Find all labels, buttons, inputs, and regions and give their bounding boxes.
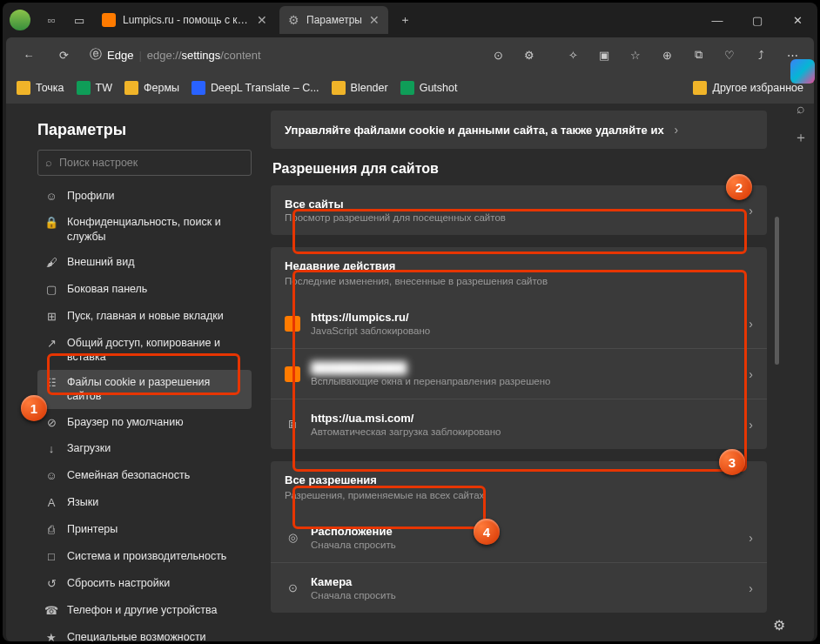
recent-site-row[interactable]: ████████████Всплывающие окна и перенапра…: [271, 348, 767, 399]
browser-tab[interactable]: ⚙Параметры✕: [279, 6, 388, 34]
bookmark-item[interactable]: Точка: [17, 81, 64, 95]
page-settings-icon[interactable]: ⚙: [773, 617, 785, 634]
chevron-right-icon: ›: [749, 418, 753, 432]
bookmark-icon: [77, 81, 91, 95]
scrollbar[interactable]: [775, 217, 779, 365]
chevron-right-icon: ›: [675, 123, 679, 137]
bookmark-icon: [124, 81, 138, 95]
bookmark-item[interactable]: DeepL Translate – C...: [192, 81, 319, 95]
chevron-right-icon: ›: [749, 531, 753, 545]
sidebar-item-icon: ☺: [44, 469, 58, 484]
copilot-icon[interactable]: [790, 59, 815, 84]
sidebar-item-icon: ⎙: [44, 523, 58, 538]
bookmark-item[interactable]: Blender: [332, 81, 388, 95]
settings-sidebar: Параметры ⌕ Поиск настроек ☺Профили🔒Конф…: [6, 104, 259, 641]
cookie-card[interactable]: Управляйте файлами cookie и данными сайт…: [271, 111, 767, 149]
share-icon[interactable]: ⤴: [746, 41, 776, 69]
vertical-search-icon[interactable]: ⌕: [796, 101, 805, 117]
edge-icon: ⓔ: [90, 47, 102, 63]
permission-row[interactable]: ◎РасположениеСначала спросить›: [271, 513, 767, 562]
permission-icon: ⊙: [285, 581, 300, 594]
bookmark-icon: [17, 81, 30, 95]
health-icon[interactable]: ♡: [715, 41, 744, 69]
section-title: Разрешения для сайтов: [272, 161, 767, 177]
extensions-icon[interactable]: ✧: [558, 41, 588, 69]
sidebar-title: Параметры: [37, 121, 252, 139]
reader-icon[interactable]: ⧉: [683, 41, 713, 69]
sidebar-item-label: Профили: [67, 189, 114, 203]
sidebar-item-icon: ☷: [44, 376, 58, 391]
bookmark-icon: [400, 81, 414, 95]
sidebar-item[interactable]: ☺Профили: [37, 183, 252, 210]
sidebar-item-icon: 🖌: [44, 256, 58, 271]
file-icon: 🗎: [285, 418, 300, 431]
tab-actions-icon[interactable]: ▭: [65, 6, 93, 34]
bookmark-item[interactable]: Фермы: [124, 81, 179, 95]
tab-close-icon[interactable]: ✕: [369, 13, 380, 27]
settings-icon[interactable]: ⚙: [514, 41, 544, 69]
sidebar-item[interactable]: ☷Файлы cookie и разрешения сайтов: [37, 370, 252, 410]
sidebar-item[interactable]: 🔒Конфиденциальность, поиск и службы: [37, 210, 252, 250]
chevron-right-icon: ›: [749, 367, 753, 381]
sidebar-item[interactable]: ☺Семейная безопасность: [37, 463, 252, 490]
sidebar-item[interactable]: ▢Боковая панель: [37, 276, 252, 303]
chevron-right-icon: ›: [749, 317, 753, 331]
bookmark-item[interactable]: Gutshot: [400, 81, 458, 95]
sidebar-item[interactable]: ↗Общий доступ, копирование и вставка: [37, 330, 252, 370]
permission-status: Сначала спросить: [311, 590, 738, 600]
site-permission-status: Автоматическая загрузка заблокировано: [311, 426, 738, 437]
site-url: ████████████: [311, 361, 738, 374]
sidebar-item[interactable]: ⊞Пуск, главная и новые вкладки: [37, 303, 252, 330]
sidebar-item[interactable]: □Система и производительность: [37, 544, 252, 571]
bookmark-item[interactable]: TW: [77, 81, 112, 95]
address-bar[interactable]: ⓔ Edge | edge://settings/content: [83, 43, 480, 67]
vertical-add-icon[interactable]: ＋: [794, 129, 808, 147]
sidebar-item-label: Браузер по умолчанию: [67, 415, 184, 429]
search-icon: ⌕: [45, 157, 52, 169]
maximize-button[interactable]: ▢: [737, 3, 777, 37]
favorites-icon[interactable]: ☆: [621, 41, 650, 69]
sidebar-item[interactable]: ⎙Принтеры: [37, 517, 252, 544]
sidebar-item-label: Боковая панель: [67, 282, 147, 296]
search-icon[interactable]: ⊙: [483, 41, 513, 69]
bookmark-icon: [332, 81, 346, 95]
site-url: https://ua.msi.com/: [311, 412, 738, 425]
back-button[interactable]: ←: [13, 41, 44, 69]
sidebar-item[interactable]: AЯзыки: [37, 490, 252, 517]
workspaces-icon[interactable]: ▫▫: [37, 6, 65, 34]
bookmark-icon: [192, 81, 205, 95]
sidebar-item[interactable]: ★Специальные возможности: [37, 624, 252, 641]
sidebar-item[interactable]: ↓Загрузки: [37, 436, 252, 463]
other-bookmarks[interactable]: Другое избранное: [693, 81, 803, 95]
recent-site-row[interactable]: https://lumpics.ru/JavaScript заблокиров…: [271, 299, 767, 348]
sidebar-item[interactable]: 🖌Внешний вид: [37, 249, 252, 276]
permission-status: Сначала спросить: [311, 540, 738, 550]
minimize-button[interactable]: ―: [697, 3, 737, 37]
gear-icon: ⚙: [288, 13, 299, 27]
tab-close-icon[interactable]: ✕: [257, 13, 267, 27]
site-favicon: [285, 366, 300, 382]
sidebar-item[interactable]: ↺Сбросить настройки: [37, 570, 252, 597]
settings-search[interactable]: ⌕ Поиск настроек: [37, 150, 252, 176]
sidebar-item[interactable]: ⊘Браузер по умолчанию: [37, 409, 252, 436]
sidebar-item-label: Языки: [67, 495, 98, 509]
sidebar-item-icon: □: [44, 550, 58, 565]
refresh-button[interactable]: ⟳: [48, 41, 79, 69]
sidebar-item-label: Система и производительность: [67, 549, 226, 563]
sidebar-item-icon: ⊘: [44, 416, 58, 431]
browser-tab[interactable]: Lumpics.ru - помощь с компьют✕: [93, 6, 276, 34]
close-button[interactable]: ✕: [777, 3, 817, 37]
sidebar-item-label: Внешний вид: [67, 255, 134, 269]
titlebar: ▫▫ ▭ Lumpics.ru - помощь с компьют✕⚙Пара…: [3, 3, 817, 37]
bookmarks-bar: ТочкаTWФермыDeepL Translate – C...Blende…: [6, 72, 814, 104]
sidebar-item-icon: ▢: [44, 283, 58, 298]
all-sites-card[interactable]: Все сайты Просмотр разрешений для посеще…: [271, 185, 767, 235]
sidebar-item-icon: ★: [44, 631, 58, 641]
collections-icon[interactable]: ⊕: [652, 41, 682, 69]
sidebar-icon[interactable]: ▣: [589, 41, 619, 69]
new-tab-button[interactable]: ＋: [392, 6, 420, 34]
recent-site-row[interactable]: 🗎https://ua.msi.com/Автоматическая загру…: [271, 399, 767, 449]
sidebar-item[interactable]: ☎Телефон и другие устройства: [37, 597, 252, 624]
permission-row[interactable]: ⊙КамераСначала спросить›: [271, 562, 767, 613]
profile-avatar[interactable]: [10, 10, 30, 30]
